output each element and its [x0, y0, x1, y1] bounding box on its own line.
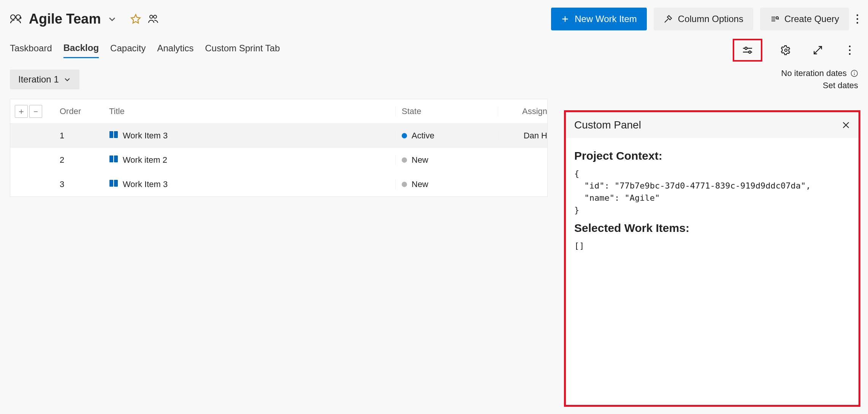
grid-header-row: ＋ － Order Title State Assign: [10, 99, 547, 124]
team-members-icon[interactable]: [148, 14, 158, 24]
settings-gear-icon[interactable]: [778, 42, 794, 59]
cell-state: New: [412, 155, 428, 165]
grid-row[interactable]: 2 Work item 2 New: [10, 148, 547, 172]
svg-point-8: [745, 47, 747, 49]
svg-point-12: [849, 49, 851, 51]
cell-order: 3: [60, 179, 109, 189]
panel-heading-selected: Selected Work Items:: [574, 222, 850, 235]
column-header-order[interactable]: Order: [60, 106, 109, 116]
svg-point-0: [11, 15, 15, 19]
filter-settings-icon[interactable]: [733, 39, 762, 62]
tab-backlog[interactable]: Backlog: [63, 43, 99, 58]
state-dot-icon: [402, 133, 407, 138]
svg-point-3: [154, 15, 157, 18]
tab-capacity[interactable]: Capacity: [110, 43, 146, 57]
iteration-label: Iteration 1: [18, 74, 59, 85]
svg-point-9: [749, 51, 751, 53]
svg-rect-20: [114, 180, 118, 187]
svg-rect-19: [109, 180, 113, 187]
svg-point-7: [857, 22, 858, 24]
custom-panel: Custom Panel Project Context: { "id": "7…: [564, 110, 860, 407]
expand-all-button[interactable]: ＋: [15, 105, 28, 118]
column-options-label: Column Options: [678, 14, 743, 24]
panel-heading-context: Project Context:: [574, 149, 850, 162]
svg-point-10: [785, 49, 787, 52]
new-work-item-button[interactable]: New Work Item: [551, 8, 647, 30]
tab-taskboard[interactable]: Taskboard: [10, 43, 52, 57]
svg-rect-17: [109, 155, 113, 162]
set-dates-link[interactable]: Set dates: [781, 81, 858, 90]
create-query-label: Create Query: [784, 14, 839, 24]
favorite-star-icon[interactable]: [130, 14, 141, 24]
column-header-title[interactable]: Title: [109, 106, 395, 116]
cell-title: Work Item 3: [123, 179, 168, 189]
cell-title: Work Item 3: [123, 131, 168, 141]
more-actions-icon[interactable]: [856, 14, 859, 24]
svg-point-5: [857, 14, 858, 16]
iteration-selector[interactable]: Iteration 1: [10, 70, 79, 89]
info-icon[interactable]: [851, 70, 858, 77]
new-work-item-label: New Work Item: [575, 14, 637, 24]
cell-title: Work item 2: [123, 155, 167, 165]
no-iteration-dates-label: No iteration dates: [781, 68, 847, 78]
svg-rect-16: [114, 131, 118, 138]
team-name: Agile Team: [29, 11, 101, 27]
state-dot-icon: [402, 157, 407, 163]
svg-rect-15: [109, 131, 113, 138]
cell-assigned: Dan H: [498, 131, 547, 141]
tab-analytics[interactable]: Analytics: [157, 43, 193, 57]
svg-point-11: [849, 46, 851, 47]
backlog-grid: ＋ － Order Title State Assign 1 Work Item…: [10, 99, 548, 197]
tab-custom-sprint[interactable]: Custom Sprint Tab: [205, 43, 280, 57]
cell-order: 2: [60, 155, 109, 165]
team-dropdown-chevron[interactable]: [108, 14, 117, 24]
svg-point-6: [857, 18, 858, 20]
custom-panel-title: Custom Panel: [574, 119, 641, 131]
grid-row[interactable]: 1 Work Item 3 Active Dan H: [10, 124, 547, 148]
cell-state: New: [412, 179, 428, 189]
panel-code-selected: []: [574, 240, 850, 252]
team-icon: [9, 14, 22, 24]
svg-rect-18: [114, 155, 118, 162]
svg-point-13: [849, 53, 851, 55]
close-icon[interactable]: [842, 121, 850, 129]
more-view-options-icon[interactable]: [841, 42, 858, 59]
panel-code-context: { "id": "77b7e9bc-37d0-4771-839c-919d9dd…: [574, 168, 850, 216]
cell-order: 1: [60, 131, 109, 141]
cell-state: Active: [412, 131, 434, 141]
work-item-type-icon: [109, 130, 118, 141]
work-item-type-icon: [109, 179, 118, 190]
fullscreen-icon[interactable]: [809, 42, 826, 59]
column-header-state[interactable]: State: [395, 106, 498, 116]
collapse-all-button[interactable]: －: [29, 105, 42, 118]
grid-row[interactable]: 3 Work Item 3 New: [10, 172, 547, 197]
work-item-type-icon: [109, 155, 118, 165]
state-dot-icon: [402, 182, 407, 187]
column-header-assigned[interactable]: Assign: [498, 106, 547, 116]
svg-point-2: [150, 15, 153, 18]
column-options-button[interactable]: Column Options: [654, 8, 753, 30]
create-query-button[interactable]: Create Query: [760, 8, 849, 30]
